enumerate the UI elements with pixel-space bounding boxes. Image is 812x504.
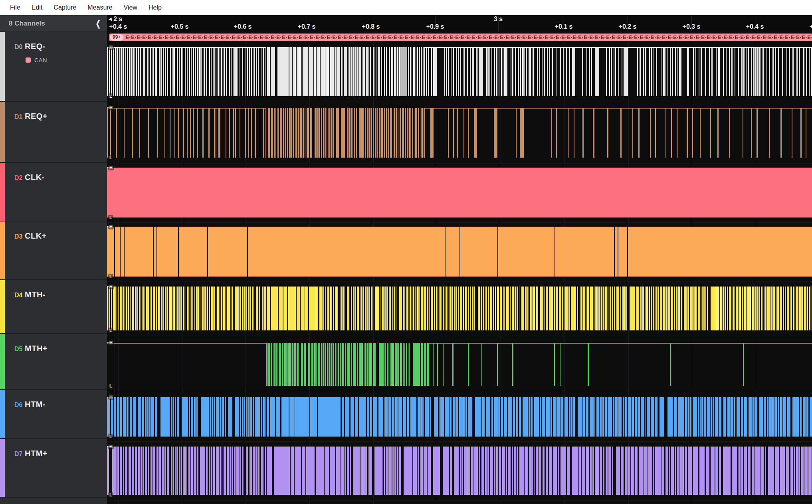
digital-waveform-d5[interactable] bbox=[107, 343, 812, 386]
digital-waveform-d0[interactable] bbox=[107, 47, 812, 96]
logic-analyzer-app: FileEditCaptureMeasureViewHelp 8 Channel… bbox=[0, 0, 812, 504]
menu-item-edit[interactable]: Edit bbox=[26, 2, 48, 13]
timeline-minor-label: +0.6 s bbox=[234, 23, 252, 30]
waveform-row-d0[interactable]: HL bbox=[107, 32, 812, 102]
timeline-anchor-label: ◀ 2 s bbox=[109, 16, 122, 23]
channel-id-label: D6 bbox=[14, 401, 22, 409]
low-marker: L bbox=[108, 274, 113, 279]
waveform-column: ◀ 2 s3 s+0.4 s+0.5 s+0.6 s+0.7 s+0.8 s+0… bbox=[107, 15, 812, 504]
timeline-major-label: 3 s bbox=[494, 16, 503, 23]
sidebar-channel-d7[interactable]: D7HTM+ bbox=[0, 439, 107, 498]
digital-waveform-d1[interactable] bbox=[107, 108, 812, 158]
high-marker: H bbox=[108, 340, 114, 346]
analyzer-item-can[interactable]: CAN bbox=[26, 57, 47, 63]
waveform-row-d7[interactable]: HL bbox=[107, 442, 812, 501]
sidebar-header: 8 Channels ❮ bbox=[0, 15, 107, 32]
channel-color-strip bbox=[0, 280, 5, 333]
digital-waveform-d2[interactable] bbox=[107, 168, 812, 217]
timeline-minor-label: +0.3 s bbox=[683, 23, 701, 30]
timeline-header[interactable]: ◀ 2 s3 s+0.4 s+0.5 s+0.6 s+0.7 s+0.8 s+0… bbox=[107, 15, 812, 32]
chevron-left-icon[interactable]: ❮ bbox=[95, 18, 101, 28]
timeline-minor-label: +0.4 s bbox=[109, 23, 127, 30]
digital-waveform-d6[interactable] bbox=[107, 397, 812, 437]
channel-id-label: D4 bbox=[14, 292, 22, 299]
timeline-minor-label: +0.8 s bbox=[362, 23, 380, 30]
channel-id-label: D5 bbox=[14, 346, 22, 353]
sidebar-channel-d3[interactable]: D3CLK+ bbox=[0, 221, 107, 280]
waveform-row-d4[interactable]: HL bbox=[107, 282, 812, 336]
timeline-minor-label: +0.5 s bbox=[810, 23, 812, 30]
waveform-row-d6[interactable]: HL bbox=[107, 392, 812, 442]
sidebar-channel-d5[interactable]: D5MTH+ bbox=[0, 334, 107, 390]
channel-color-strip bbox=[0, 221, 5, 279]
channels-sidebar: 8 Channels ❮ D0REQ-CAND1REQ+D2CLK-D3CLK+… bbox=[0, 15, 107, 504]
timeline-minor-label: +0.1 s bbox=[555, 23, 573, 30]
channel-name-label: HTM- bbox=[25, 400, 46, 409]
low-marker: L bbox=[108, 492, 113, 498]
high-marker: H bbox=[108, 224, 114, 229]
channel-color-strip bbox=[0, 439, 5, 497]
channel-color-strip bbox=[0, 163, 5, 221]
channel-color-strip bbox=[0, 334, 5, 389]
waveform-row-d1[interactable]: HL bbox=[107, 102, 812, 164]
channel-name-label: MTH- bbox=[25, 290, 46, 299]
analyzer-results-row[interactable]: 99+E·E·E·E·E·E·E·E·E·E·E·E·E·E·E·E·E·E·E… bbox=[109, 34, 812, 41]
waveform-row-d5[interactable]: HL bbox=[107, 336, 812, 392]
high-marker: H bbox=[108, 165, 114, 170]
high-marker: H bbox=[108, 284, 114, 289]
digital-waveform-d4[interactable] bbox=[107, 287, 812, 330]
channel-color-strip bbox=[0, 32, 5, 101]
low-marker: L bbox=[108, 155, 113, 160]
high-marker: H bbox=[108, 444, 114, 449]
high-marker: H bbox=[108, 394, 114, 400]
channel-id-label: D3 bbox=[14, 233, 22, 240]
channel-name-label: CLK- bbox=[25, 173, 45, 182]
sidebar-channel-list: D0REQ-CAND1REQ+D2CLK-D3CLK+D4MTH-D5MTH+D… bbox=[0, 32, 107, 504]
channel-id-label: D0 bbox=[14, 43, 22, 51]
low-marker: L bbox=[108, 328, 113, 333]
timeline-minor-label: +0.7 s bbox=[298, 23, 316, 30]
sidebar-channel-d2[interactable]: D2CLK- bbox=[0, 163, 107, 221]
digital-waveform-d3[interactable] bbox=[107, 227, 812, 277]
channel-id-label: D7 bbox=[14, 451, 22, 458]
menu-bar: FileEditCaptureMeasureViewHelp bbox=[0, 0, 812, 15]
waveform-rows: HLHLHLHLHLHLHLHL99+E·E·E·E·E·E·E·E·E·E·E… bbox=[107, 32, 812, 504]
error-marker-track: E·E·E·E·E·E·E·E·E·E·E·E·E·E·E·E·E·E·E·E·… bbox=[125, 34, 812, 40]
channel-name-label: CLK+ bbox=[25, 231, 47, 241]
low-marker: L bbox=[108, 434, 113, 439]
channel-name-label: REQ+ bbox=[25, 112, 48, 121]
timeline-minor-label: +0.2 s bbox=[619, 23, 637, 30]
channel-color-strip bbox=[0, 102, 5, 162]
low-marker: L bbox=[108, 215, 113, 220]
channel-name-label: MTH+ bbox=[25, 344, 48, 353]
channel-name-label: HTM+ bbox=[25, 449, 48, 458]
sidebar-channel-d6[interactable]: D6HTM- bbox=[0, 390, 107, 439]
channel-name-label: REQ- bbox=[25, 42, 46, 51]
digital-waveform-d7[interactable] bbox=[107, 447, 812, 495]
sidebar-channel-d0[interactable]: D0REQ-CAN bbox=[0, 32, 107, 102]
waveform-row-d3[interactable]: HL bbox=[107, 223, 812, 282]
low-marker: L bbox=[108, 93, 113, 99]
waveform-row-d2[interactable]: HL bbox=[107, 164, 812, 223]
menu-item-file[interactable]: File bbox=[5, 2, 26, 13]
channel-id-label: D2 bbox=[14, 174, 22, 182]
timeline-minor-label: +0.4 s bbox=[746, 23, 764, 30]
analyzer-color-swatch bbox=[26, 57, 31, 63]
channel-color-strip bbox=[0, 390, 5, 438]
channel-id-label: D1 bbox=[14, 113, 22, 121]
high-marker: H bbox=[108, 105, 114, 111]
error-count-badge: 99+ bbox=[110, 34, 123, 41]
main-area: 8 Channels ❮ D0REQ-CAND1REQ+D2CLK-D3CLK+… bbox=[0, 15, 812, 504]
timeline-minor-label: +0.5 s bbox=[171, 23, 189, 30]
menu-item-measure[interactable]: Measure bbox=[82, 2, 117, 13]
low-marker: L bbox=[108, 383, 113, 389]
sidebar-channel-d4[interactable]: D4MTH- bbox=[0, 280, 107, 334]
menu-item-capture[interactable]: Capture bbox=[48, 2, 81, 13]
menu-item-view[interactable]: View bbox=[119, 2, 143, 13]
sidebar-channel-d1[interactable]: D1REQ+ bbox=[0, 102, 107, 163]
high-marker: H bbox=[108, 44, 114, 50]
timeline-minor-label: +0.9 s bbox=[426, 23, 444, 30]
channel-count-label: 8 Channels bbox=[9, 20, 45, 28]
left-triangle-icon: ◀ bbox=[109, 17, 112, 21]
menu-item-help[interactable]: Help bbox=[143, 2, 167, 13]
